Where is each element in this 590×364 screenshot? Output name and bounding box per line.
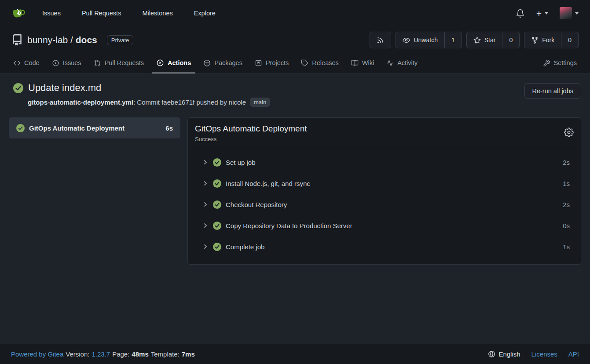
nav-item-issues[interactable]: Issues: [37, 10, 66, 17]
success-check-icon: [213, 222, 221, 230]
tab-label: Pull Requests: [105, 59, 144, 66]
tab-label: Wiki: [362, 59, 374, 66]
step-row-complete-job[interactable]: Complete job 1s: [188, 236, 581, 257]
tools-icon: [543, 59, 550, 67]
issue-opened-icon: [52, 59, 59, 67]
rss-icon: [377, 36, 384, 44]
version-label: Version:: [66, 350, 89, 358]
job-list-item[interactable]: GitOps Automatic Deployment 6s: [9, 117, 180, 138]
nav-item-explore[interactable]: Explore: [189, 10, 221, 17]
watch-button-group: Unwatch 1: [396, 32, 462, 48]
chevron-right-icon: [202, 244, 209, 250]
star-button[interactable]: Star: [467, 32, 502, 48]
licenses-link[interactable]: Licenses: [531, 350, 557, 358]
version-link[interactable]: 1.23.7: [92, 350, 110, 358]
create-new-dropdown[interactable]: +: [536, 9, 548, 18]
navbar-right: +: [516, 7, 579, 19]
tab-label: Projects: [266, 59, 289, 66]
tab-projects[interactable]: Projects: [249, 53, 295, 73]
footer-links: English Licenses API: [488, 350, 579, 358]
tab-label: Actions: [168, 59, 191, 66]
unwatch-label: Unwatch: [414, 36, 437, 44]
template-time-label: Template:: [151, 350, 180, 358]
fork-button-group: Fork 0: [524, 32, 579, 48]
breadcrumb-separator: /: [70, 35, 73, 45]
language-label: English: [498, 350, 520, 358]
repo-header: bunny-lab / docs Private: [0, 26, 590, 53]
notifications-button[interactable]: [516, 9, 525, 18]
tab-code[interactable]: Code: [7, 53, 46, 73]
step-name: Set up job: [226, 159, 256, 166]
stars-count[interactable]: 0: [502, 32, 519, 48]
step-name: Copy Repository Data to Production Serve…: [226, 222, 352, 229]
page-footer: Powered by Gitea Version: 1.23.7 Page: 4…: [0, 344, 590, 364]
step-row-setup-job[interactable]: Set up job 2s: [188, 152, 581, 173]
unwatch-button[interactable]: Unwatch: [396, 32, 444, 48]
tab-packages[interactable]: Packages: [197, 53, 249, 73]
step-row-copy-data[interactable]: Copy Repository Data to Production Serve…: [188, 215, 581, 236]
tab-issues[interactable]: Issues: [46, 53, 88, 73]
tab-label: Issues: [63, 59, 81, 66]
footer-divider: [526, 350, 526, 358]
tag-icon: [301, 59, 308, 67]
step-row-checkout[interactable]: Checkout Repository 2s: [188, 194, 581, 215]
star-button-group: Star 0: [466, 32, 520, 48]
user-avatar: [560, 7, 572, 19]
nav-item-milestones[interactable]: Milestones: [137, 10, 178, 17]
tab-activity[interactable]: Activity: [380, 53, 424, 73]
play-circle-icon: [156, 59, 164, 67]
success-check-icon: [13, 83, 23, 93]
repo-tabbar: Code Issues Pull Requests: [0, 53, 590, 73]
repo-name-link[interactable]: docs: [76, 35, 97, 45]
forks-count[interactable]: 0: [561, 32, 578, 48]
pulse-icon: [386, 59, 394, 67]
api-link[interactable]: API: [568, 350, 579, 358]
plus-icon: +: [536, 9, 542, 18]
fork-button[interactable]: Fork: [524, 32, 561, 48]
success-check-icon: [213, 179, 221, 188]
user-menu[interactable]: [560, 7, 579, 19]
step-name: Complete job: [226, 243, 264, 251]
repo-title: bunny-lab / docs Private: [11, 34, 133, 46]
watchers-count[interactable]: 1: [444, 32, 462, 48]
repo-owner-link[interactable]: bunny-lab: [27, 35, 68, 45]
language-selector[interactable]: English: [488, 350, 520, 358]
repo-action-buttons: Unwatch 1 Star 0: [370, 32, 579, 48]
step-duration: 0s: [563, 222, 570, 229]
project-board-icon: [255, 59, 262, 67]
tab-pull-requests[interactable]: Pull Requests: [88, 53, 150, 73]
workflow-file-link[interactable]: gitops-automatic-deployment.yml: [28, 98, 133, 106]
nav-item-pull-requests[interactable]: Pull Requests: [77, 10, 126, 17]
step-duration: 2s: [563, 201, 570, 208]
job-panel-title: GitOps Automatic Deployment: [195, 124, 307, 134]
success-check-icon: [213, 243, 221, 251]
success-check-icon: [213, 200, 221, 209]
run-header: Update index.md gitops-automatic-deploym…: [9, 82, 581, 107]
globe-icon: [488, 350, 495, 358]
tab-settings[interactable]: Settings: [537, 53, 583, 73]
tabbar-spacer: [424, 53, 537, 73]
job-panel-header: GitOps Automatic Deployment Success: [188, 118, 581, 148]
success-check-icon: [213, 158, 221, 167]
page-time-value: 48ms: [132, 350, 148, 358]
gear-icon[interactable]: [564, 127, 574, 137]
book-open-icon: [351, 59, 359, 67]
branch-badge[interactable]: main: [250, 98, 270, 107]
step-duration: 2s: [563, 159, 570, 166]
chevron-down-icon: [575, 12, 579, 15]
tab-releases[interactable]: Releases: [295, 53, 344, 73]
powered-by-gitea-link[interactable]: Powered by Gitea: [11, 350, 63, 358]
step-name: Install Node.js, git, and rsync: [226, 180, 310, 187]
git-pull-request-icon: [94, 59, 101, 67]
rss-feed-button[interactable]: [370, 32, 391, 48]
step-duration: 1s: [563, 243, 570, 251]
step-row-install-deps[interactable]: Install Node.js, git, and rsync 1s: [188, 173, 581, 194]
rerun-all-jobs-button[interactable]: Re-run all jobs: [524, 83, 582, 99]
gitea-logo-icon[interactable]: [11, 6, 26, 20]
tab-actions[interactable]: Actions: [150, 53, 197, 73]
private-badge: Private: [107, 35, 133, 45]
tab-wiki[interactable]: Wiki: [345, 53, 380, 73]
chevron-right-icon: [202, 222, 209, 229]
nav-links: Issues Pull Requests Milestones Explore: [32, 10, 226, 17]
run-title: Update index.md: [28, 82, 101, 94]
